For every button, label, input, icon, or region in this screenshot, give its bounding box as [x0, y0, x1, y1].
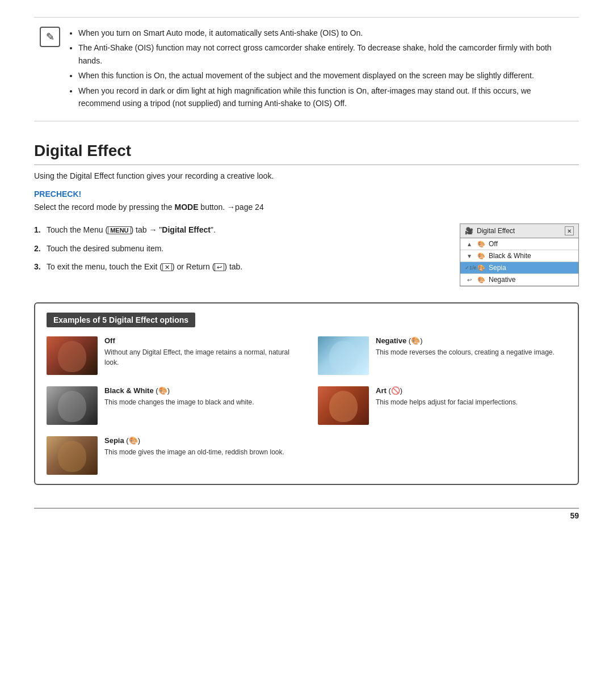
menu-label-negative: Negative	[489, 276, 515, 284]
note-box: ✎ When you turn on Smart Auto mode, it a…	[34, 17, 579, 121]
precheck-link[interactable]: PRECHECK!	[34, 189, 579, 199]
menu-row-negative[interactable]: ↩ 🎨 Negative	[460, 274, 578, 286]
menu-label-sepia: Sepia	[489, 264, 506, 272]
steps-and-menu-row: 1. Touch the Menu (MENU) tab → "Digital …	[34, 224, 579, 286]
example-img-art	[318, 386, 369, 425]
example-name-sepia: Sepia (🎨)	[104, 436, 284, 445]
note-item-2: The Anti-Shake (OIS) function may not co…	[78, 41, 573, 67]
menu-icon-off: 🎨	[477, 241, 485, 248]
example-desc-off: Without any Digital Effect, the image re…	[104, 347, 295, 368]
example-text-art: Art (🚫) This mode helps adjust for facia…	[376, 386, 518, 407]
example-text-bw: Black & White (🎨) This mode changes the …	[104, 386, 254, 407]
step-2: 2. Touch the desired submenu item.	[34, 242, 443, 255]
digital-effect-menu-panel: 🎥 Digital Effect ✕ ▲ 🎨 Off ▼ 🎨 Black & W…	[460, 224, 579, 286]
example-img-negative	[318, 336, 369, 375]
menu-icon-negative: 🎨	[477, 276, 485, 284]
examples-title: Examples of 5 Digital Effect options	[47, 313, 195, 327]
step-2-text: Touch the desired submenu item.	[47, 242, 163, 255]
example-text-off: Off Without any Digital Effect, the imag…	[104, 336, 295, 368]
step-1: 1. Touch the Menu (MENU) tab → "Digital …	[34, 224, 443, 236]
menu-label-bw: Black & White	[489, 252, 531, 260]
menu-label-off: Off	[489, 240, 498, 248]
example-name-art: Art (🚫)	[376, 386, 518, 395]
menu-icon-bw: 🎨	[477, 252, 485, 260]
examples-box: Examples of 5 Digital Effect options Off…	[34, 302, 579, 485]
example-text-negative: Negative (🎨) This mode reverses the colo…	[376, 336, 555, 357]
step-num-2: 2.	[34, 242, 43, 255]
example-item-negative: Negative (🎨) This mode reverses the colo…	[318, 336, 566, 375]
step-3-text: To exit the menu, touch the Exit (✕) or …	[47, 260, 242, 273]
example-desc-bw: This mode changes the image to black and…	[104, 397, 254, 407]
section-intro: Using the Digital Effect function gives …	[34, 170, 579, 182]
menu-camera-icon: 🎥	[465, 227, 473, 235]
menu-row-sepia[interactable]: ✓1/e 🎨 Sepia	[460, 262, 578, 274]
example-desc-negative: This mode reverses the colours, creating…	[376, 347, 555, 357]
example-img-off	[47, 336, 98, 375]
example-text-sepia: Sepia (🎨) This mode gives the image an o…	[104, 436, 284, 457]
menu-row-off[interactable]: ▲ 🎨 Off	[460, 238, 578, 250]
menu-down-arrow: ▼	[465, 253, 474, 259]
step-num-3: 3.	[34, 260, 43, 273]
step-num-1: 1.	[34, 224, 43, 236]
example-item-sepia: Sepia (🎨) This mode gives the image an o…	[47, 436, 295, 475]
menu-close-button[interactable]: ✕	[565, 226, 574, 235]
example-img-sepia	[47, 436, 98, 475]
example-name-off: Off	[104, 336, 295, 345]
steps-list: 1. Touch the Menu (MENU) tab → "Digital …	[34, 224, 443, 279]
note-list: When you turn on Smart Auto mode, it aut…	[68, 27, 573, 112]
example-item-off: Off Without any Digital Effect, the imag…	[47, 336, 295, 375]
step-3: 3. To exit the menu, touch the Exit (✕) …	[34, 260, 443, 273]
note-item-1: When you turn on Smart Auto mode, it aut…	[78, 27, 573, 39]
example-name-negative: Negative (🎨)	[376, 336, 555, 345]
example-desc-sepia: This mode gives the image an old-time, r…	[104, 447, 284, 457]
menu-check-arrow: ✓1/e	[465, 265, 474, 271]
page-number: 59	[34, 508, 579, 520]
menu-up-arrow: ▲	[465, 241, 474, 247]
menu-panel-title-text: Digital Effect	[477, 227, 515, 235]
examples-grid: Off Without any Digital Effect, the imag…	[47, 336, 566, 475]
menu-return-arrow: ↩	[465, 277, 474, 283]
precheck-desc: Select the record mode by pressing the M…	[34, 201, 579, 213]
example-item-bw: Black & White (🎨) This mode changes the …	[47, 386, 295, 425]
note-icon: ✎	[40, 27, 60, 47]
example-item-art: Art (🚫) This mode helps adjust for facia…	[318, 386, 566, 425]
menu-row-bw[interactable]: ▼ 🎨 Black & White	[460, 250, 578, 262]
menu-icon-sepia: 🎨	[477, 264, 485, 272]
example-img-bw	[47, 386, 98, 425]
menu-panel-title: 🎥 Digital Effect	[465, 227, 515, 235]
note-item-4: When you record in dark or dim light at …	[78, 85, 573, 110]
menu-panel-header: 🎥 Digital Effect ✕	[460, 224, 578, 238]
note-item-3: When this function is On, the actual mov…	[78, 69, 573, 82]
step-1-text: Touch the Menu (MENU) tab → "Digital Eff…	[47, 224, 216, 236]
example-desc-art: This mode helps adjust for facial imperf…	[376, 397, 518, 407]
example-name-bw: Black & White (🎨)	[104, 386, 254, 395]
page-title: Digital Effect	[34, 142, 579, 165]
